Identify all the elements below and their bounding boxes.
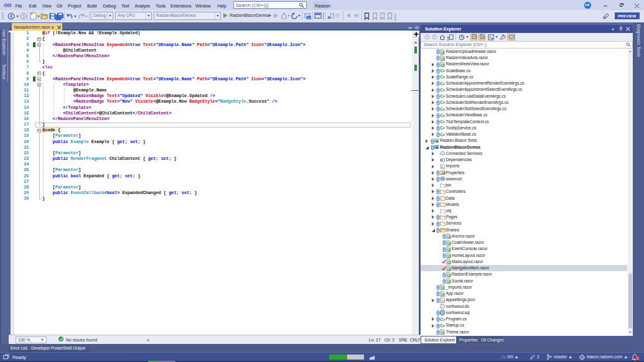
svg-text:{}: {} (441, 299, 446, 303)
